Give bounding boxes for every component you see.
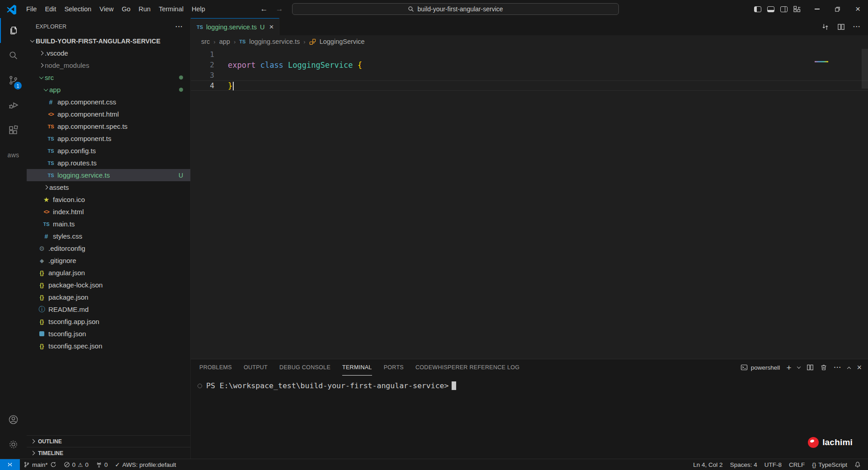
panel-tab-codewhisperer-reference-log[interactable]: CODEWHISPERER REFERENCE LOG — [415, 359, 519, 376]
timeline-section-header[interactable]: TIMELINE — [27, 447, 190, 459]
ports-status[interactable]: 0 — [92, 459, 112, 470]
explorer-icon[interactable] — [0, 18, 27, 43]
menu-file[interactable]: File — [22, 3, 41, 15]
tree-item-app-config-ts[interactable]: TSapp.config.ts — [27, 145, 190, 157]
indentation-status[interactable]: Spaces: 4 — [726, 459, 761, 470]
tree-item-readme-md[interactable]: ⓘREADME.md — [27, 303, 190, 315]
restore-button[interactable] — [827, 0, 848, 18]
check-icon: ✓ — [115, 461, 120, 468]
breadcrumb-app[interactable]: app — [219, 38, 230, 45]
aws-toolkit-icon[interactable]: aws — [0, 142, 27, 167]
source-control-icon[interactable]: 1 — [0, 68, 27, 93]
tree-item-assets[interactable]: assets — [27, 181, 190, 193]
toggle-panel-icon[interactable] — [767, 6, 774, 12]
tree-item-index-html[interactable]: <>index.html — [27, 206, 190, 218]
split-terminal-icon[interactable] — [807, 364, 814, 371]
eol-status[interactable]: CRLF — [785, 459, 808, 470]
menu-terminal[interactable]: Terminal — [155, 3, 188, 15]
settings-gear-icon[interactable] — [0, 432, 27, 457]
explorer-more-actions-icon[interactable]: ··· — [175, 23, 183, 30]
tree-item-src[interactable]: src — [27, 71, 190, 84]
close-tab-icon[interactable]: × — [269, 23, 274, 31]
aws-profile-status[interactable]: ✓ AWS: profile:default — [111, 459, 179, 470]
nav-back-icon[interactable]: ← — [258, 5, 270, 14]
maximize-panel-icon[interactable] — [847, 367, 851, 371]
tree-item-node-modules[interactable]: node_modules — [27, 59, 190, 71]
tree-item-app[interactable]: app — [27, 84, 190, 96]
extensions-icon[interactable] — [0, 118, 27, 142]
tree-item-app-component-spec-ts[interactable]: TSapp.component.spec.ts — [27, 120, 190, 132]
new-terminal-icon[interactable]: + — [786, 363, 791, 372]
breadcrumb-src[interactable]: src — [201, 38, 210, 45]
tree-item-angular-json[interactable]: {}angular.json — [27, 267, 190, 279]
notifications-bell-icon[interactable] — [851, 459, 864, 470]
remote-indicator[interactable] — [0, 459, 20, 470]
outline-section-header[interactable]: OUTLINE — [27, 435, 190, 447]
tree-item-main-ts[interactable]: TSmain.ts — [27, 218, 190, 230]
menu-view[interactable]: View — [95, 3, 118, 15]
close-window-button[interactable]: × — [848, 0, 868, 18]
menu-selection[interactable]: Selection — [60, 3, 95, 15]
split-editor-icon[interactable] — [837, 23, 845, 31]
tree-item-app-component-ts[interactable]: TSapp.component.ts — [27, 132, 190, 145]
tree-item-tsconfig-app-json[interactable]: {}tsconfig.app.json — [27, 315, 190, 328]
run-debug-icon[interactable] — [0, 93, 27, 118]
problems-status[interactable]: 0 ⚠ 0 — [60, 459, 92, 470]
code-editor[interactable]: 12export class LoggingService {34} — [191, 48, 868, 359]
close-panel-icon[interactable]: × — [857, 363, 862, 372]
panel-tab-terminal[interactable]: TERMINAL — [342, 359, 372, 376]
toggle-primary-sidebar-icon[interactable] — [754, 6, 761, 12]
nav-forward-icon[interactable]: → — [273, 5, 286, 14]
menu-edit[interactable]: Edit — [41, 3, 60, 15]
tree-item--vscode[interactable]: .vscode — [27, 47, 190, 59]
minimap[interactable] — [815, 61, 828, 62]
panel-more-actions-icon[interactable]: ··· — [834, 364, 841, 371]
terminal-profile[interactable]: powershell — [741, 364, 780, 371]
panel-tab-ports[interactable]: PORTS — [384, 359, 404, 376]
tree-item--gitignore[interactable]: ◆.gitignore — [27, 254, 190, 267]
toggle-secondary-sidebar-icon[interactable] — [780, 6, 788, 12]
more-actions-icon[interactable]: ··· — [853, 23, 861, 30]
scrollbar[interactable] — [862, 49, 868, 89]
tree-item-tsconfig-spec-json[interactable]: {}tsconfig.spec.json — [27, 340, 190, 352]
menu-go[interactable]: Go — [118, 3, 134, 15]
terminal-dropdown-icon[interactable] — [797, 365, 801, 368]
tab-logging-service[interactable]: TS logging.service.ts U × — [191, 18, 279, 35]
breadcrumb-symbol[interactable]: LoggingService — [320, 38, 365, 45]
tree-item-build-your-first-angular-service[interactable]: BUILD-YOUR-FIRST-ANGULAR-SERVICE — [27, 35, 190, 47]
language-mode-status[interactable]: {} TypeScript — [808, 459, 851, 470]
terminal-content[interactable]: PS E:\workspace_test\build-your-first-an… — [191, 376, 868, 459]
cursor-position-status[interactable]: Ln 4, Col 2 — [689, 459, 726, 470]
json-file-icon: {} — [38, 343, 46, 349]
tree-item-app-component-html[interactable]: <>app.component.html — [27, 108, 190, 120]
code-line-2[interactable]: 2export class LoggingService { — [191, 60, 868, 70]
menu-help[interactable]: Help — [188, 3, 209, 15]
code-line-3[interactable]: 3 — [191, 70, 868, 80]
tree-item-app-routes-ts[interactable]: TSapp.routes.ts — [27, 157, 190, 169]
tree-item--editorconfig[interactable]: ⚙.editorconfig — [27, 242, 190, 254]
panel-tab-output[interactable]: OUTPUT — [244, 359, 268, 376]
warnings-icon: ⚠ — [78, 461, 83, 468]
panel-tab-debug-console[interactable]: DEBUG CONSOLE — [279, 359, 330, 376]
customize-layout-icon[interactable] — [793, 6, 801, 12]
code-line-1[interactable]: 1 — [191, 49, 868, 60]
minimize-button[interactable] — [807, 0, 827, 18]
accounts-icon[interactable] — [0, 407, 27, 432]
tree-item-tsconfig-json[interactable]: tsconfig.json — [27, 328, 190, 340]
git-branch-status[interactable]: main* — [20, 459, 60, 470]
tree-item-styles-css[interactable]: #styles.css — [27, 230, 190, 242]
kill-terminal-icon[interactable] — [820, 364, 827, 371]
breadcrumb-file[interactable]: logging.service.ts — [249, 38, 300, 45]
tree-item-logging-service-ts[interactable]: TSlogging.service.tsU — [27, 169, 190, 181]
encoding-status[interactable]: UTF-8 — [761, 459, 785, 470]
panel-tab-problems[interactable]: PROBLEMS — [199, 359, 232, 376]
tree-item-favicon-ico[interactable]: ★favicon.ico — [27, 193, 190, 206]
search-view-icon[interactable] — [0, 43, 27, 68]
tree-item-package-lock-json[interactable]: {}package-lock.json — [27, 279, 190, 291]
command-center-search[interactable]: build-your-first-angular-service — [292, 3, 619, 15]
code-line-4[interactable]: 4} — [191, 80, 868, 91]
menu-run[interactable]: Run — [135, 3, 155, 15]
tree-item-app-component-css[interactable]: #app.component.css — [27, 96, 190, 108]
tree-item-package-json[interactable]: {}package.json — [27, 291, 190, 303]
open-changes-icon[interactable] — [821, 23, 829, 31]
